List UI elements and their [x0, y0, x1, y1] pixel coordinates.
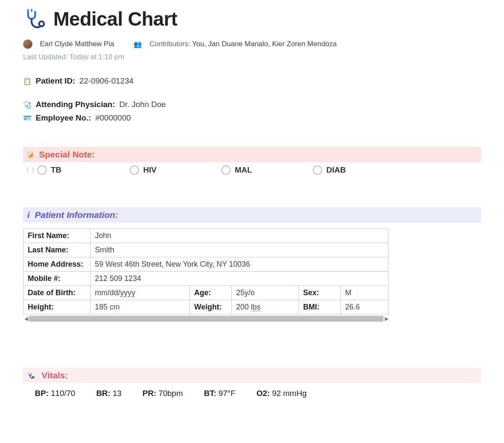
age-value[interactable]: 25y/o [232, 286, 299, 300]
table-row: Mobile #: 212 509 1234 [24, 272, 388, 286]
patient-id-value: 22-0906-01234 [79, 76, 134, 86]
clipboard-icon: 📋 [23, 77, 32, 85]
check-mal[interactable]: MAL [221, 165, 313, 175]
radio-icon[interactable] [130, 165, 139, 175]
stethoscope-small-icon [27, 372, 35, 379]
employee-label: Employee No.: [36, 113, 91, 123]
last-name-label: Last Name: [24, 243, 91, 257]
height-value[interactable]: 185 cm [91, 300, 190, 315]
patient-info-banner: i Patient Information: [23, 207, 481, 223]
bmi-label: BMI: [299, 300, 341, 315]
horizontal-scrollbar[interactable]: ◀ ▶ [23, 316, 389, 322]
vital-bt-value: 97°F [218, 389, 235, 398]
vital-bp-value: 110/70 [51, 389, 75, 398]
scroll-right-arrow-icon[interactable]: ▶ [383, 316, 389, 322]
vitals-row: BP: 110/70 BR: 13 PR: 70bpm BT: 97°F O2:… [23, 383, 481, 398]
author-row: Earl Clyde Matthew Pia 👥 Contributors: Y… [23, 39, 481, 49]
vital-o2-label: O2: [257, 389, 270, 398]
last-updated-label: Last Updated: [23, 53, 68, 61]
drag-handle-icon[interactable]: ⋮⋮ [23, 167, 37, 173]
special-note-checks: ⋮⋮ TB HIV MAL DIAB [23, 162, 481, 175]
info-i-icon: i [27, 210, 30, 220]
dob-typo: yyyy [120, 288, 135, 297]
dob-prefix: mm/dd/ [95, 288, 120, 297]
first-name-label: First Name: [24, 229, 91, 243]
check-label-diab: DIAB [326, 165, 346, 175]
radio-icon[interactable] [37, 165, 47, 175]
patient-info-table: First Name: John Last Name: Smith Home A… [23, 228, 388, 315]
mobile-label: Mobile #: [24, 272, 91, 286]
svg-point-2 [32, 376, 34, 378]
address-value[interactable]: 59 West 46th Street, New York City, NY 1… [91, 257, 388, 272]
dob-value[interactable]: mm/dd/yyyy [91, 286, 190, 300]
height-label: Height: [24, 300, 91, 315]
doctor-icon: 🩺 [23, 101, 32, 109]
vitals-title: Vitals: [42, 370, 68, 380]
vital-br-label: BR: [96, 389, 110, 398]
bmi-value[interactable]: 26.6 [341, 300, 388, 315]
employee-line: 🪪 Employee No.: #0000000 [23, 113, 481, 123]
last-updated: Last Updated: Today at 1:10 pm [23, 53, 481, 61]
vital-pr: PR: 70bpm [142, 389, 183, 398]
vital-br-value: 13 [113, 389, 121, 398]
radio-icon[interactable] [221, 165, 231, 175]
dob-label: Date of Birth: [24, 286, 91, 300]
address-label: Home Address: [24, 257, 91, 272]
svg-point-0 [39, 21, 44, 26]
table-row: Home Address: 59 West 46th Street, New Y… [24, 257, 388, 272]
contributors-label: Contributors: [150, 40, 190, 48]
patient-info-table-wrap: First Name: John Last Name: Smith Home A… [23, 228, 388, 322]
weight-num: 200 [236, 303, 251, 311]
vital-o2-value: 92 mmHg [272, 389, 307, 398]
page-title: Medical Chart [53, 8, 177, 30]
physician-label: Attending Physician: [36, 100, 115, 109]
badge-icon: 🪪 [23, 114, 32, 122]
mobile-value[interactable]: 212 509 1234 [91, 272, 388, 286]
check-label-tb: TB [51, 165, 61, 175]
weight-label: Weight: [190, 300, 232, 315]
physician-value: Dr. John Doe [119, 100, 166, 109]
vital-bp: BP: 110/70 [35, 389, 75, 398]
vital-br: BR: 13 [96, 389, 121, 398]
vital-o2: O2: 92 mmHg [257, 389, 307, 398]
author-name[interactable]: Earl Clyde Matthew Pia [40, 40, 114, 48]
vital-bt-label: BT: [204, 389, 216, 398]
contributors-list[interactable]: You, Jan Duane Manalo, Kier Zoren Mendoz… [192, 40, 336, 48]
patient-id-label: Patient ID: [36, 76, 75, 86]
table-row: Last Name: Smith [24, 243, 388, 257]
physician-line: 🩺 Attending Physician: Dr. John Doe [23, 100, 481, 109]
title-row: Medical Chart [23, 8, 481, 30]
employee-value: #0000000 [95, 113, 131, 123]
first-name-value[interactable]: John [91, 229, 388, 243]
last-name-value[interactable]: Smith [91, 243, 388, 257]
note-icon [27, 151, 35, 158]
check-label-mal: MAL [235, 165, 252, 175]
table-row: Height: 185 cm Weight: 200 lbs BMI: 26.6 [24, 300, 388, 315]
patient-info-title: Patient Information: [35, 210, 118, 220]
last-updated-value: Today at 1:10 pm [69, 53, 124, 61]
age-label: Age: [190, 286, 232, 300]
table-row: First Name: John [24, 229, 388, 243]
author-avatar[interactable] [23, 39, 32, 49]
radio-icon[interactable] [313, 165, 322, 175]
check-diab[interactable]: DIAB [313, 165, 397, 175]
check-label-hiv: HIV [143, 165, 157, 175]
special-note-title: Special Note: [39, 149, 95, 160]
vital-bt: BT: 97°F [204, 389, 235, 398]
patient-id-line: 📋 Patient ID: 22-0906-01234 [23, 76, 481, 86]
vital-bp-label: BP: [35, 389, 49, 398]
check-tb[interactable]: TB [37, 165, 130, 175]
vitals-banner: Vitals: [23, 368, 481, 383]
check-hiv[interactable]: HIV [130, 165, 221, 175]
scroll-left-arrow-icon[interactable]: ◀ [23, 316, 29, 322]
table-row: Date of Birth: mm/dd/yyyy Age: 25y/o Sex… [24, 286, 388, 300]
vital-pr-label: PR: [142, 389, 156, 398]
sex-value[interactable]: M [341, 286, 388, 300]
weight-typo: lbs [251, 303, 260, 311]
people-icon: 👥 [134, 40, 142, 48]
scroll-track[interactable] [29, 316, 383, 322]
weight-value[interactable]: 200 lbs [232, 300, 299, 315]
stethoscope-icon [23, 8, 46, 30]
sex-label: Sex: [299, 286, 341, 300]
special-note-banner: Special Note: [23, 147, 481, 162]
